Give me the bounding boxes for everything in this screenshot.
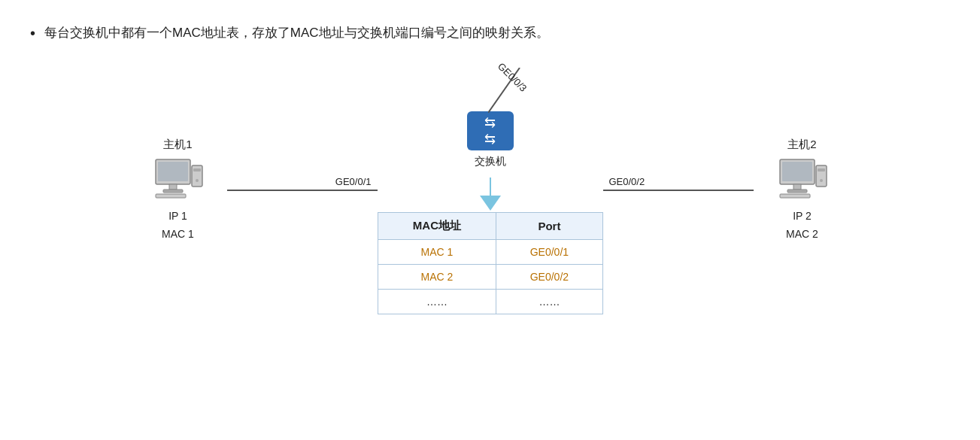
host1-info: IP 1 MAC 1 bbox=[162, 208, 194, 244]
port-cell: …… bbox=[496, 290, 602, 314]
switch-arrow-1: ⇆ bbox=[484, 116, 496, 129]
diagram-area: 主机1 IP 1 MAC 1 bbox=[30, 59, 950, 314]
switch-to-table: MAC地址 Port MAC 1GE0/0/1MAC 2GE0/0/2………… bbox=[378, 168, 603, 314]
host1-label: 主机1 bbox=[163, 138, 192, 152]
table-header-row: MAC地址 Port bbox=[378, 213, 602, 240]
host1-icon bbox=[151, 156, 205, 202]
col-mac-header: MAC地址 bbox=[378, 213, 496, 240]
host2-label: 主机2 bbox=[787, 138, 816, 152]
mac-table-wrapper: MAC地址 Port MAC 1GE0/0/1MAC 2GE0/0/2………… bbox=[378, 212, 603, 314]
svg-rect-7 bbox=[156, 194, 186, 198]
table-row: MAC 1GE0/0/1 bbox=[378, 240, 602, 265]
svg-rect-5 bbox=[193, 168, 201, 171]
line-right: GE0/0/2 bbox=[603, 190, 754, 191]
table-row: MAC 2GE0/0/2 bbox=[378, 265, 602, 290]
switch-icon: ⇆ ⇆ bbox=[467, 111, 514, 150]
port-cell: GE0/0/2 bbox=[496, 265, 602, 290]
svg-rect-14 bbox=[818, 168, 825, 171]
host1-box: 主机1 IP 1 MAC 1 bbox=[129, 138, 227, 244]
mac-cell: MAC 2 bbox=[378, 265, 496, 290]
svg-point-15 bbox=[820, 179, 823, 182]
host2-info: IP 2 MAC 2 bbox=[786, 208, 818, 244]
bullet-dot: • bbox=[30, 23, 35, 44]
down-arrow-head bbox=[480, 196, 501, 211]
switch-arrow-2: ⇆ bbox=[484, 132, 496, 146]
svg-rect-3 bbox=[163, 190, 183, 193]
svg-rect-16 bbox=[780, 194, 810, 198]
bullet-section: • 每台交换机中都有一个MAC地址表，存放了MAC地址与交换机端口编号之间的映射… bbox=[30, 23, 950, 44]
switch-wrapper: GE0/0/3 ⇆ ⇆ 交换机 MAC地 bbox=[378, 66, 603, 314]
down-arrow-line bbox=[490, 178, 491, 196]
network-row: 主机1 IP 1 MAC 1 bbox=[30, 66, 950, 314]
line-left: GE0/0/1 bbox=[227, 190, 378, 191]
bullet-text: 每台交换机中都有一个MAC地址表，存放了MAC地址与交换机端口编号之间的映射关系… bbox=[44, 23, 549, 43]
port-cell: GE0/0/1 bbox=[496, 240, 602, 265]
svg-rect-1 bbox=[158, 162, 188, 181]
port-ge001-label: GE0/0/1 bbox=[335, 176, 372, 187]
host2-box: 主机2 IP 2 MAC 2 bbox=[754, 138, 851, 244]
svg-rect-12 bbox=[787, 190, 807, 193]
mac-table: MAC地址 Port MAC 1GE0/0/1MAC 2GE0/0/2………… bbox=[378, 212, 603, 314]
mac-cell: MAC 1 bbox=[378, 240, 496, 265]
table-row: ………… bbox=[378, 290, 602, 314]
svg-rect-2 bbox=[169, 184, 177, 190]
svg-rect-11 bbox=[793, 184, 801, 190]
host2-icon bbox=[775, 156, 830, 202]
svg-point-6 bbox=[196, 179, 199, 182]
down-arrow bbox=[480, 178, 501, 211]
mac-cell: …… bbox=[378, 290, 496, 314]
port-ge002-label: GE0/0/2 bbox=[609, 176, 645, 187]
svg-rect-10 bbox=[782, 162, 812, 181]
switch-label: 交换机 bbox=[475, 155, 506, 168]
col-port-header: Port bbox=[496, 213, 602, 240]
